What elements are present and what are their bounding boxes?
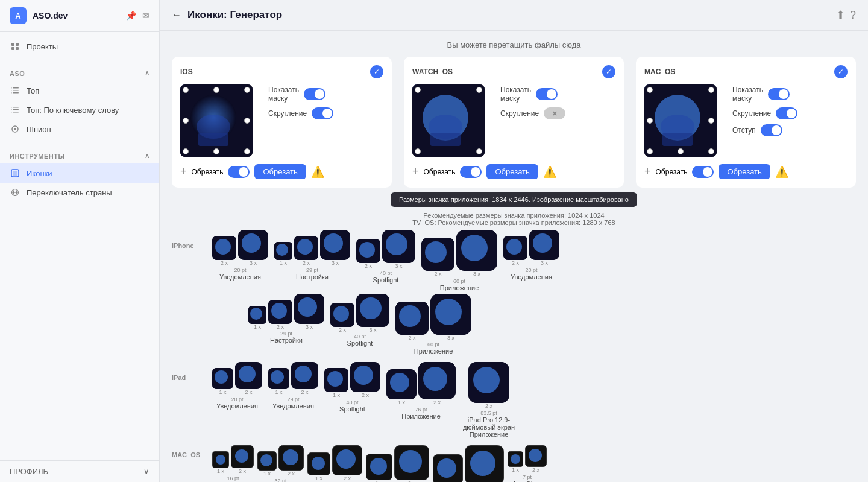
macos-dot-tl[interactable] (647, 87, 653, 93)
corner-dot-bl[interactable] (183, 148, 189, 154)
sidebar-item-country-switcher[interactable]: Переключатель страны (0, 183, 159, 202)
corner-dot-br[interactable] (244, 148, 250, 154)
macos-show-mask-label: Показатьмаску (732, 86, 763, 103)
macos-mask-toggle[interactable] (768, 88, 790, 100)
macos-rounding-label: Скругление (732, 109, 771, 118)
export-button[interactable]: ⬆ (836, 8, 845, 22)
ios-rounding-toggle[interactable] (312, 107, 333, 119)
svg-point-84 (390, 373, 409, 392)
macos-dot-ml[interactable] (647, 118, 653, 124)
iphone-20pt-thumbs: 2 x 3 x (212, 230, 268, 267)
svg-point-94 (260, 454, 272, 466)
icon-20-3x-2 (529, 230, 559, 260)
iphone-20pt-group: 2 x 3 x 20 pt Уведомления (212, 230, 268, 291)
ios-mask-toggle[interactable] (304, 88, 326, 100)
watchos-dot-br[interactable] (476, 148, 482, 154)
list-icon (10, 85, 20, 96)
icon-thumb-item: 2 x (503, 236, 527, 267)
icon-thumb-item: 3 x (382, 230, 415, 270)
icon-thumb-item: 2 x (468, 362, 509, 410)
aso-section-header[interactable]: ASO ∧ (0, 66, 159, 81)
icon-thumb-item: 2 x (332, 445, 362, 482)
macos-plus-button[interactable]: + (644, 165, 651, 178)
macos-dot-bl[interactable] (647, 148, 653, 154)
svg-point-88 (473, 367, 500, 393)
watchos-panel: WATCH_OS ✓ (404, 57, 624, 188)
macos-icons-label: MAC_OS (172, 445, 205, 458)
ios-crop-button[interactable]: Обрезать (254, 164, 306, 179)
svg-point-72 (215, 370, 228, 384)
macos-show-mask-row: Показатьмаску (732, 86, 797, 103)
sidebar-item-icons[interactable]: Иконки (0, 163, 159, 183)
corner-dot-tr[interactable] (244, 87, 250, 93)
macos-crop-toggle[interactable] (692, 166, 714, 178)
macos-dot-bm[interactable] (678, 148, 684, 154)
watchos-rounding-label: Скругление (500, 109, 539, 118)
editor-panels: IOS ✓ (172, 57, 856, 188)
watchos-rounding-toggle[interactable] (544, 107, 565, 119)
pin-button[interactable]: 📌 (126, 11, 136, 21)
sidebar-item-top-keyword[interactable]: Топ: По ключевому слову (0, 100, 159, 119)
icon-thumb-40 (212, 236, 236, 260)
svg-rect-11 (11, 107, 12, 108)
corner-dot-ml[interactable] (183, 118, 189, 124)
iphone-settings-label: Настройки (296, 273, 329, 281)
macos-panel: MAC_OS ✓ (636, 57, 856, 188)
drop-hint: Вы можете перетащить файлы сюда (172, 40, 856, 49)
sidebar-item-projects[interactable]: Проекты (0, 37, 159, 56)
iphone-29pt-label: 29 pt (306, 267, 318, 273)
ios-crop-toggle[interactable] (228, 166, 250, 178)
watchos-show-mask-row: Показатьмаску (500, 86, 565, 103)
svg-rect-13 (11, 109, 12, 110)
icon-thumb-item: 2 x (212, 236, 236, 267)
svg-point-42 (297, 239, 313, 255)
svg-point-104 (399, 450, 422, 473)
macos-dot-br[interactable] (708, 148, 714, 154)
icon-thumb-item: 2 x (421, 238, 454, 278)
iphone-notifications-label2: Уведомления (511, 273, 552, 281)
ipad-20pt-group: 1 x 2 x 20 pt Уведомления (212, 362, 262, 438)
watchos-dot-bl[interactable] (415, 148, 421, 154)
ipad-row1: 1 x 2 x 20 pt Уведомления (212, 362, 856, 438)
corner-dot-tm[interactable] (213, 87, 219, 93)
icon-thumb-item: 2 x (418, 362, 456, 407)
ios-plus-button[interactable]: + (180, 165, 187, 178)
svg-point-56 (533, 233, 552, 253)
icon-thumb-item: 1 x (508, 451, 523, 474)
mail-button[interactable]: ✉ (142, 11, 149, 21)
sidebar: A ASO.dev 📌 ✉ Проекты ASO ∧ Топ То (0, 0, 160, 482)
iphone-40pt-label: 40 pt (380, 270, 392, 276)
macos-row1: 1 x 2 x 16 pt (212, 445, 856, 482)
watchos-panel-label: WATCH_OS (412, 68, 597, 76)
profile-chevron-icon: ∨ (143, 467, 149, 476)
macos-icons-area: 1 x 2 x 16 pt (212, 445, 856, 482)
watchos-crop-toggle[interactable] (460, 166, 482, 178)
tools-section-header[interactable]: ИНСТРУМЕНТЫ ∧ (0, 148, 159, 163)
watchos-dot-tr[interactable] (476, 87, 482, 93)
svg-point-58 (250, 308, 262, 320)
sidebar-item-top[interactable]: Топ (0, 81, 159, 100)
back-button[interactable]: ← (172, 10, 181, 21)
watchos-mask-toggle[interactable] (536, 88, 558, 100)
svg-point-68 (399, 305, 421, 327)
watchos-plus-button[interactable]: + (412, 165, 419, 178)
macos-7pt-group: 1 x 2 x 7 pt App Store (508, 445, 547, 482)
sidebar-profile[interactable]: ПРОФИЛЬ ∨ (0, 460, 159, 482)
corner-dot-tl[interactable] (183, 87, 189, 93)
ipad-section: iPad 1 x 2 x (172, 362, 856, 440)
macos-indent-toggle[interactable] (761, 124, 782, 136)
sidebar-item-spy[interactable]: Шпион (0, 119, 159, 139)
macos-dot-tr[interactable] (708, 87, 714, 93)
watchos-crop-button[interactable]: Обрезать (486, 164, 538, 179)
macos-rounding-toggle[interactable] (776, 107, 797, 119)
icon-thumb-item: 2 x (268, 300, 292, 331)
help-button[interactable]: ? (850, 8, 856, 22)
svg-point-110 (511, 454, 520, 464)
macos-crop-button[interactable]: Обрезать (719, 164, 770, 179)
corner-dot-bm[interactable] (213, 148, 219, 154)
iphone-20pt2-thumbs: 2 x 3 x (503, 230, 559, 267)
watchos-dot-tl[interactable] (415, 87, 421, 93)
macos-dot-mr[interactable] (708, 118, 714, 124)
ipad-label: iPad (172, 362, 205, 381)
corner-dot-mr[interactable] (244, 118, 250, 124)
